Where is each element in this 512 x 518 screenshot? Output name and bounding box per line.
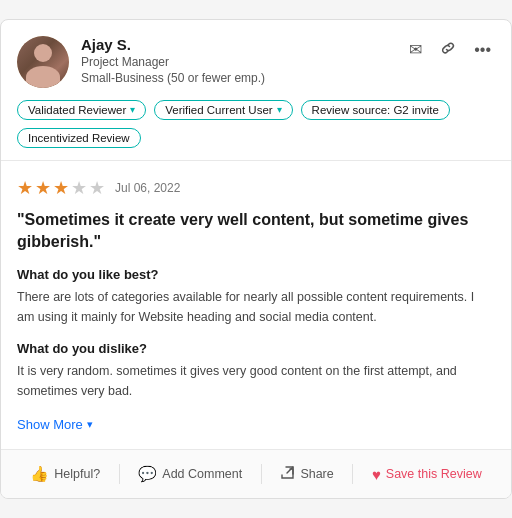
- tag-incentivized[interactable]: Incentivized Review: [17, 128, 141, 148]
- avatar: [17, 36, 69, 88]
- star-1: ★: [17, 177, 33, 199]
- share-icon: [280, 465, 295, 483]
- tag-label: Verified Current User: [165, 104, 272, 116]
- reviewer-left: Ajay S. Project Manager Small-Business (…: [17, 36, 265, 88]
- show-more-label: Show More: [17, 417, 83, 432]
- star-5: ★: [89, 177, 105, 199]
- link-icon: [440, 42, 456, 59]
- tag-label: Review source: G2 invite: [312, 104, 439, 116]
- review-body: ★ ★ ★ ★ ★ Jul 06, 2022 "Sometimes it cre…: [1, 161, 511, 451]
- likes-question: What do you like best?: [17, 267, 495, 282]
- star-rating: ★ ★ ★ ★ ★: [17, 177, 105, 199]
- reviewer-name: Ajay S.: [81, 36, 265, 53]
- star-2: ★: [35, 177, 51, 199]
- dislikes-question: What do you dislike?: [17, 341, 495, 356]
- header-actions: ✉ •••: [405, 38, 495, 62]
- tag-verified-user[interactable]: Verified Current User ▾: [154, 100, 292, 120]
- tag-label: Incentivized Review: [28, 132, 130, 144]
- save-review-button[interactable]: ♥ Save this Review: [364, 461, 490, 488]
- show-more-link[interactable]: Show More ▾: [17, 417, 93, 432]
- more-button[interactable]: •••: [470, 39, 495, 61]
- dislikes-answer: It is very random. sometimes it gives ve…: [17, 361, 495, 401]
- divider: [119, 464, 120, 484]
- mail-button[interactable]: ✉: [405, 38, 426, 61]
- card-header: Ajay S. Project Manager Small-Business (…: [1, 20, 511, 161]
- chevron-down-icon: ▾: [277, 104, 282, 115]
- helpful-button[interactable]: 👍 Helpful?: [22, 460, 108, 488]
- share-button[interactable]: Share: [272, 460, 341, 488]
- review-section-dislikes: What do you dislike? It is very random. …: [17, 341, 495, 401]
- card-footer: 👍 Helpful? 💬 Add Comment Share ♥ Save th…: [1, 450, 511, 498]
- heart-icon: ♥: [372, 466, 381, 483]
- chevron-down-icon: ▾: [87, 418, 93, 431]
- star-3: ★: [53, 177, 69, 199]
- tag-validated-reviewer[interactable]: Validated Reviewer ▾: [17, 100, 146, 120]
- reviewer-company: Small-Business (50 or fewer emp.): [81, 71, 265, 85]
- divider: [352, 464, 353, 484]
- rating-date: ★ ★ ★ ★ ★ Jul 06, 2022: [17, 177, 495, 199]
- comment-label: Add Comment: [162, 467, 242, 481]
- helpful-label: Helpful?: [54, 467, 100, 481]
- review-card: Ajay S. Project Manager Small-Business (…: [0, 19, 512, 500]
- reviewer-details: Ajay S. Project Manager Small-Business (…: [81, 36, 265, 85]
- tag-review-source[interactable]: Review source: G2 invite: [301, 100, 450, 120]
- star-4: ★: [71, 177, 87, 199]
- comment-icon: 💬: [138, 465, 157, 483]
- tags-container: Validated Reviewer ▾ Verified Current Us…: [17, 100, 495, 148]
- reviewer-role: Project Manager: [81, 55, 265, 69]
- chevron-down-icon: ▾: [130, 104, 135, 115]
- reviewer-info: Ajay S. Project Manager Small-Business (…: [17, 36, 495, 88]
- share-label: Share: [300, 467, 333, 481]
- save-label: Save this Review: [386, 467, 482, 481]
- tag-label: Validated Reviewer: [28, 104, 126, 116]
- review-date: Jul 06, 2022: [115, 181, 180, 195]
- link-button[interactable]: [436, 38, 460, 62]
- divider: [261, 464, 262, 484]
- review-section-likes: What do you like best? There are lots of…: [17, 267, 495, 327]
- avatar-image: [17, 36, 69, 88]
- likes-answer: There are lots of categories available f…: [17, 287, 495, 327]
- mail-icon: ✉: [409, 41, 422, 58]
- review-title: "Sometimes it create very well content, …: [17, 209, 495, 254]
- thumbs-up-icon: 👍: [30, 465, 49, 483]
- add-comment-button[interactable]: 💬 Add Comment: [130, 460, 250, 488]
- more-icon: •••: [474, 41, 491, 58]
